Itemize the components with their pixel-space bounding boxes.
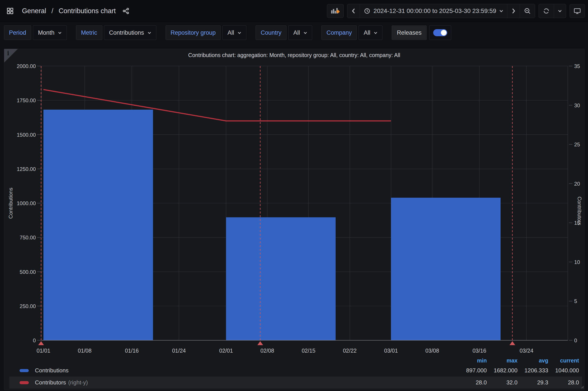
x-axis-tick-label: 01/24 <box>172 348 186 354</box>
right-axis-tick-label: 0 <box>574 337 577 343</box>
left-axis-tick-label: 1500.00 <box>17 132 36 138</box>
annotation-marker[interactable] <box>38 341 44 345</box>
legend-stat-value: 32.0 <box>487 379 517 386</box>
repository-group-dropdown[interactable]: All <box>223 25 246 40</box>
legend-stat-value: 29.3 <box>517 379 548 386</box>
breadcrumb-separator: / <box>51 7 54 15</box>
legend-stat-header-min[interactable]: min <box>456 357 487 364</box>
legend-stat-header-current[interactable]: current <box>548 357 579 364</box>
right-axis-tick-label: 10 <box>574 259 580 265</box>
left-axis-tick-label: 2000.00 <box>17 63 36 69</box>
legend-stat-value: 1682.000 <box>487 367 517 374</box>
filter-repository-group: Repository group All <box>166 25 246 40</box>
metric-label: Metric <box>76 25 102 40</box>
chart-panel: i Contributions chart: aggregation: Mont… <box>4 49 585 390</box>
x-axis-tick-label: 03/01 <box>384 348 398 354</box>
left-axis-tick-label: 1750.00 <box>17 98 36 103</box>
chevron-down-icon <box>558 9 562 12</box>
annotation-marker[interactable] <box>257 341 263 345</box>
left-axis-tick-label: 0 <box>33 337 36 343</box>
legend-stats: 897.0001682.0001206.3331040.000 <box>456 367 579 374</box>
tv-kiosk-icon[interactable] <box>570 4 585 18</box>
country-label: Country <box>255 25 287 40</box>
period-dropdown[interactable]: Month <box>33 25 67 40</box>
legend-stat-value: 1040.000 <box>548 367 579 374</box>
right-axis-title: Contributors <box>577 196 583 225</box>
refresh-icon[interactable] <box>539 4 554 18</box>
repository-group-label: Repository group <box>166 25 221 40</box>
time-picker-group: 2024-12-31 00:00:00 to 2025-03-30 23:59:… <box>347 4 535 18</box>
legend-stat-value: 897.000 <box>456 367 487 374</box>
releases-label: Releases <box>392 25 427 40</box>
filter-country: Country All <box>255 25 312 40</box>
time-shift-forward-button[interactable] <box>507 4 520 18</box>
add-panel-icon[interactable] <box>327 4 344 18</box>
chevron-down-icon <box>147 31 151 34</box>
zoom-out-icon[interactable] <box>520 4 535 18</box>
filter-metric: Metric Contributions <box>76 25 156 40</box>
x-axis-tick-label: 01/01 <box>37 348 50 354</box>
refresh-interval-dropdown[interactable] <box>554 4 566 18</box>
breadcrumb-page: Contributions chart <box>59 7 116 15</box>
legend-label-suffix: (right-y) <box>68 379 88 386</box>
bar-contributions-0[interactable] <box>43 110 153 340</box>
chevron-down-icon <box>58 31 62 34</box>
filter-company: Company All <box>322 25 383 40</box>
metric-dropdown[interactable]: Contributions <box>104 25 156 40</box>
chevron-down-icon <box>374 31 377 34</box>
x-axis-tick-label: 01/08 <box>78 348 92 354</box>
left-axis-title: Contributions <box>8 188 14 218</box>
legend-swatch[interactable] <box>19 369 29 372</box>
releases-toggle[interactable] <box>433 29 447 36</box>
time-range-text: 2024-12-31 00:00:00 to 2025-03-30 23:59:… <box>373 7 496 14</box>
legend-stats: 28.032.029.328.0 <box>456 379 579 386</box>
toggle-knob <box>441 30 447 36</box>
refresh-group <box>539 4 566 18</box>
bar-contributions-2[interactable] <box>391 198 501 340</box>
legend-item-contributors[interactable]: Contributors(right-y)28.032.029.328.0 <box>9 377 582 389</box>
legend-stat-header-avg[interactable]: avg <box>517 357 548 364</box>
toolbar-right: 2024-12-31 00:00:00 to 2025-03-30 23:59:… <box>327 4 585 18</box>
legend-swatch[interactable] <box>19 381 29 384</box>
x-axis-tick-label: 02/08 <box>260 348 274 354</box>
breadcrumb: General / Contributions chart <box>3 4 131 18</box>
legend-label: Contributions <box>35 367 69 374</box>
left-axis-tick-label: 500.00 <box>20 269 36 275</box>
right-axis-tick-label: 35 <box>574 63 580 69</box>
time-range-picker[interactable]: 2024-12-31 00:00:00 to 2025-03-30 23:59:… <box>360 4 507 18</box>
x-axis-tick-label: 03/24 <box>520 348 534 354</box>
legend-stat-value: 1206.333 <box>517 367 548 374</box>
right-axis-tick-label: 5 <box>574 298 577 304</box>
chevron-down-icon <box>303 31 307 34</box>
x-axis-tick-label: 02/01 <box>219 348 233 354</box>
x-axis-tick-label: 02/15 <box>302 348 316 354</box>
top-bar: General / Contributions chart <box>0 0 588 22</box>
legend-stat-value: 28.0 <box>456 379 487 386</box>
legend-stat-header-max[interactable]: max <box>487 357 517 364</box>
company-dropdown[interactable]: All <box>358 25 382 40</box>
company-label: Company <box>322 25 357 40</box>
variables-row: Period Month Metric Contributions Reposi… <box>0 23 588 43</box>
legend-stat-value: 28.0 <box>548 379 579 386</box>
filter-releases: Releases <box>392 25 451 40</box>
annotation-marker[interactable] <box>509 341 515 345</box>
chart-canvas[interactable]: 2000.001750.001500.001250.001000.00750.0… <box>4 49 585 390</box>
panel-resize-handle[interactable] <box>580 385 584 390</box>
share-icon[interactable] <box>120 4 131 18</box>
left-axis-tick-label: 250.00 <box>20 303 36 309</box>
legend: minmaxavgcurrentContributions897.0001682… <box>9 357 582 389</box>
left-axis-tick-label: 750.00 <box>20 235 36 240</box>
left-axis-tick-label: 1250.00 <box>17 166 36 172</box>
breadcrumb-section[interactable]: General <box>22 7 46 15</box>
time-shift-back-button[interactable] <box>347 4 360 18</box>
dashboards-grid-icon[interactable] <box>3 4 17 18</box>
x-axis-tick-label: 02/22 <box>343 348 357 354</box>
x-axis-tick-label: 03/08 <box>425 348 439 354</box>
right-axis-tick-label: 30 <box>574 102 580 108</box>
left-axis-tick-label: 1000.00 <box>17 200 36 206</box>
legend-item-contributions[interactable]: Contributions897.0001682.0001206.3331040… <box>9 365 582 377</box>
bar-contributions-1[interactable] <box>226 217 336 340</box>
releases-toggle-box <box>429 25 451 40</box>
period-label: Period <box>4 25 31 40</box>
country-dropdown[interactable]: All <box>288 25 312 40</box>
